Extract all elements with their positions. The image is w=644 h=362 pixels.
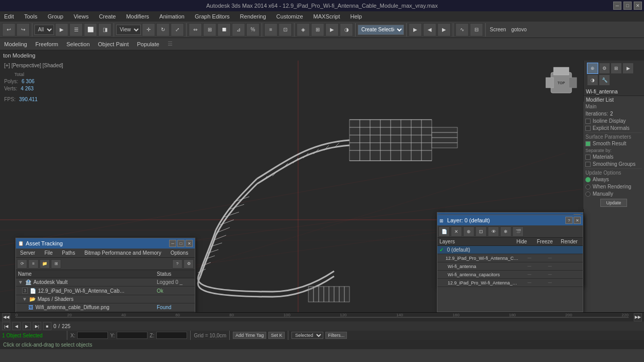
at-row-maps[interactable]: ▼ 📂 Maps / Shaders xyxy=(16,295,195,303)
at-restore-btn[interactable]: □ xyxy=(177,240,185,247)
redo-btn[interactable]: ↪ xyxy=(16,23,30,36)
update-always-radio[interactable] xyxy=(585,177,591,182)
lm-delete-btn[interactable]: ✕ xyxy=(451,226,462,237)
subtb-selection[interactable]: Selection xyxy=(64,41,91,47)
material-editor-btn[interactable]: ◈ xyxy=(297,23,310,36)
filters-btn[interactable]: Filters... xyxy=(325,332,347,339)
menu-edit[interactable]: Edit xyxy=(2,13,16,20)
update-manually-radio[interactable] xyxy=(585,192,591,197)
at-menu-options[interactable]: Options xyxy=(169,250,190,256)
ts-materials-row[interactable]: Materials xyxy=(585,154,642,160)
ts-materials-checkbox[interactable] xyxy=(585,155,591,160)
key-mode-select[interactable]: Selected xyxy=(291,332,323,339)
create-tab-icon[interactable]: ⊕ xyxy=(587,63,598,74)
snap-btn[interactable]: 🔲 xyxy=(217,23,231,36)
rotate-btn[interactable]: ↻ xyxy=(156,23,170,36)
play-btn[interactable]: ▶ xyxy=(409,23,422,36)
menu-tools[interactable]: Tools xyxy=(22,13,40,20)
render-btn[interactable]: ▶ xyxy=(325,23,339,36)
bb-x-input[interactable] xyxy=(77,332,108,339)
ts-checkbox-explicit[interactable]: Explicit Normals xyxy=(585,125,642,131)
percent-snap-btn[interactable]: % xyxy=(246,23,260,36)
active-shade-btn[interactable]: ◑ xyxy=(340,23,353,36)
ts-checkbox-isoline[interactable]: Isoline Display xyxy=(585,118,642,124)
at-refresh-btn[interactable]: ⟳ xyxy=(17,259,27,269)
play-prev-btn[interactable]: |◀ xyxy=(2,322,10,330)
selection-filter[interactable]: All xyxy=(34,25,54,35)
update-manually-row[interactable]: Manually xyxy=(585,191,642,197)
ts-explicit-checkbox[interactable] xyxy=(585,126,591,131)
play-next-btn[interactable]: ▶| xyxy=(33,322,41,330)
set-key-btn[interactable]: Set K xyxy=(268,332,285,339)
hierarchy-tab-icon[interactable]: ⊞ xyxy=(611,63,622,74)
lm-select-btn[interactable]: ⊡ xyxy=(475,226,487,237)
menu-graph-editors[interactable]: Graph Editors xyxy=(193,13,232,20)
scale-btn[interactable]: ⤢ xyxy=(171,23,184,36)
undo-btn[interactable]: ↩ xyxy=(2,23,15,36)
window-crossing-btn[interactable]: ◨ xyxy=(98,23,112,36)
ts-smooth-checkbox[interactable] xyxy=(585,141,591,146)
motion-tab-icon[interactable]: ▶ xyxy=(622,63,634,74)
at-row-fresnel[interactable]: 🖼 Wifi_antenna_cable_Fresnel_IOR.png Fou… xyxy=(16,312,195,312)
utilities-tab-icon[interactable]: 🔧 xyxy=(599,74,610,86)
ts-smooth-row[interactable]: Smooth Result xyxy=(585,141,642,146)
lm-render-btn[interactable]: 🎬 xyxy=(512,226,524,237)
lm-add-selection-btn[interactable]: ⊕ xyxy=(463,226,474,237)
play-stop-btn[interactable]: ■ xyxy=(43,322,51,330)
ts-smoothing-row[interactable]: Smoothing Groups xyxy=(585,161,642,167)
at-row-file[interactable]: 3 📄 12.9_iPad_Pro_Wi-fi_Antenna_Cable_Mo… xyxy=(16,287,195,295)
view-select[interactable]: View xyxy=(116,25,141,35)
update-always-row[interactable]: Always xyxy=(585,177,642,182)
menu-group[interactable]: Group xyxy=(46,13,66,20)
at-folder-btn[interactable]: 📁 xyxy=(40,259,50,269)
maximize-btn[interactable]: □ xyxy=(623,2,632,10)
lm-row-capacitors[interactable]: Wi-fi_antenna_capacitors ─ ─ xyxy=(437,271,583,279)
mirror-btn[interactable]: ⇔ xyxy=(189,23,202,36)
create-selection-dropdown[interactable]: Create Selection xyxy=(358,25,404,35)
lm-row-ipad[interactable]: 12.9_iPad_Pro_Wi-fi_Antenna_Cable_Modul.… xyxy=(437,254,583,262)
close-btn[interactable]: ✕ xyxy=(634,2,642,10)
navigation-cube[interactable]: TOP xyxy=(543,65,579,101)
at-list-btn[interactable]: ≡ xyxy=(28,259,39,269)
schematic-btn[interactable]: ⊡ xyxy=(279,23,292,36)
update-button[interactable]: Update xyxy=(600,199,627,207)
lm-row-wifi[interactable]: Wi-fi_antenna ─ ─ xyxy=(437,262,583,271)
play-fwd-btn[interactable]: ▶ xyxy=(23,322,31,330)
subtb-populate[interactable]: Populate xyxy=(135,41,161,47)
menu-animation[interactable]: Animation xyxy=(157,13,187,20)
ts-isoline-checkbox[interactable] xyxy=(585,119,591,124)
align-btn[interactable]: ⊞ xyxy=(203,23,216,36)
subtb-modeling[interactable]: Modeling xyxy=(2,41,29,47)
tl-next-btn[interactable]: ▶▶ xyxy=(634,313,642,321)
menu-maxscript[interactable]: MAXScript xyxy=(311,13,342,20)
lm-close-btn[interactable]: ✕ xyxy=(574,217,581,224)
move-btn[interactable]: ✛ xyxy=(142,23,155,36)
select-btn[interactable]: ▶ xyxy=(55,23,68,36)
menu-modifiers[interactable]: Modifiers xyxy=(124,13,151,20)
at-close-btn[interactable]: ✕ xyxy=(186,240,193,247)
bb-y-input[interactable] xyxy=(117,332,148,339)
render-setup-btn[interactable]: ⊞ xyxy=(311,23,324,36)
display-tab-icon[interactable]: ◑ xyxy=(587,74,598,86)
at-menu-paths[interactable]: Paths xyxy=(60,250,78,256)
menu-views[interactable]: Views xyxy=(71,13,90,20)
modify-tab-icon[interactable]: ⚙ xyxy=(599,63,610,74)
menu-customize[interactable]: Customize xyxy=(274,13,305,20)
menu-create[interactable]: Create xyxy=(97,13,118,20)
lm-help-btn[interactable]: ? xyxy=(565,217,573,224)
dope-sheet-btn[interactable]: ⊟ xyxy=(470,23,483,36)
at-help-btn[interactable]: ? xyxy=(172,259,182,269)
at-grid-btn[interactable]: ⊞ xyxy=(51,259,61,269)
play-back-btn[interactable]: ◀ xyxy=(12,322,21,330)
at-menu-bitmap[interactable]: Bitmap Performance and Memory xyxy=(82,250,163,256)
layer-btn[interactable]: ≡ xyxy=(264,23,278,36)
next-frame-btn[interactable]: ▶ xyxy=(437,23,451,36)
menu-help[interactable]: Help xyxy=(348,13,364,20)
lm-hide-btn[interactable]: 👁 xyxy=(488,226,499,237)
at-settings-btn[interactable]: ⚙ xyxy=(183,259,194,269)
update-rendering-row[interactable]: When Rendering xyxy=(585,184,642,189)
tl-prev-btn[interactable]: ◀◀ xyxy=(2,313,10,321)
minimize-btn[interactable]: ─ xyxy=(613,2,621,10)
at-minimize-btn[interactable]: ─ xyxy=(169,240,176,247)
select-by-name-btn[interactable]: ☰ xyxy=(69,23,83,36)
